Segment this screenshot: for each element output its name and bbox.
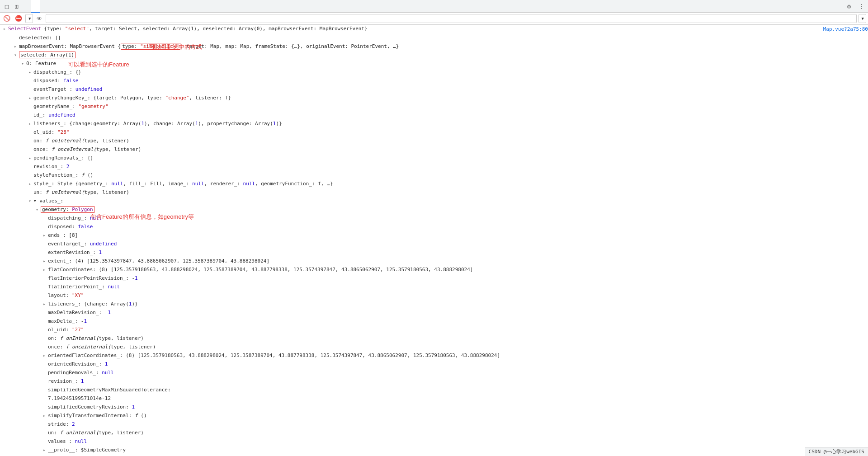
expand-arrow[interactable] — [27, 180, 33, 188]
expand-arrow — [27, 103, 33, 110]
console-line: ol_uid: "27" — [0, 326, 868, 334]
console-line: flatInteriorPointRevision_: -1 — [0, 274, 868, 283]
console-line: pendingRemovals_: null — [0, 369, 868, 377]
console-line: SelectEvent {type: "select", target: Sel… — [0, 24, 868, 34]
expand-arrow[interactable] — [42, 232, 47, 239]
console-line: on: f onInternal(type, listener) — [0, 137, 868, 146]
expand-arrow[interactable] — [42, 301, 47, 308]
console-line: simplifyTransformedInternal: f () — [0, 412, 868, 420]
expand-arrow[interactable] — [34, 206, 40, 213]
expand-arrow — [27, 112, 33, 119]
tab-sources[interactable] — [40, 0, 49, 13]
chevron-down-icon: ▼ — [28, 16, 31, 21]
console-line: simplifiedGeometryRevision: 1 — [0, 403, 868, 412]
expand-arrow[interactable] — [27, 197, 33, 205]
chevron-down-icon: ▼ — [862, 16, 864, 21]
console-line: flatInteriorPoint_: null — [0, 283, 868, 291]
clear-console-icon[interactable]: 🚫 — [2, 14, 12, 24]
expand-arrow — [42, 378, 47, 385]
expand-arrow — [27, 146, 33, 153]
tab-memory[interactable] — [67, 0, 76, 13]
console-line: flatCoordinates: (8) [125.3579180563, 43… — [0, 266, 868, 274]
more-icon[interactable]: ⋮ — [857, 2, 866, 11]
expand-arrow — [42, 240, 47, 248]
expand-arrow[interactable] — [42, 258, 47, 265]
console-line: disposed: false — [0, 223, 868, 231]
console-line: on: f onInternal(type, listener) — [0, 334, 868, 343]
levels-selector[interactable]: ▼ — [859, 14, 866, 23]
filter-input[interactable] — [46, 14, 856, 23]
bottom-bar: CSDN @一心学习webGIS — [805, 447, 868, 456]
console-line: simplifiedGeometryMaxMinSquaredTolerance… — [0, 386, 868, 395]
console-line: deselected: [] — [0, 34, 868, 42]
context-selector[interactable]: ▼ — [25, 14, 33, 23]
source-link[interactable]: Map.vue?2a75:80 — [823, 25, 868, 33]
tab-performance[interactable] — [58, 0, 67, 13]
inspect-icon[interactable]: □ — [2, 1, 12, 11]
eye-icon[interactable]: 👁 — [35, 14, 44, 23]
console-line: layout: "XY" — [0, 291, 868, 300]
expand-arrow — [42, 275, 47, 282]
expand-arrow — [42, 438, 47, 445]
tab-security[interactable] — [85, 0, 94, 13]
expand-arrow[interactable] — [42, 352, 47, 359]
expand-arrow — [27, 163, 33, 170]
console-line: __proto__: $SimpleGeometry — [0, 446, 868, 455]
console-line: revision_: 1 — [0, 377, 868, 386]
console-line: 7.194245199571014e-12 — [0, 395, 868, 403]
expand-arrow — [42, 369, 47, 376]
expand-arrow[interactable] — [13, 52, 18, 59]
expand-arrow — [27, 137, 33, 145]
block-icon[interactable]: ⛔ — [14, 14, 24, 24]
tab-elements[interactable] — [22, 0, 31, 13]
console-line: dispatching_: {} — [0, 68, 868, 77]
expand-arrow — [42, 309, 47, 316]
expand-arrow — [27, 77, 33, 85]
expand-arrow[interactable] — [42, 412, 47, 419]
console-line: un: f unInternal(type, listener) — [0, 429, 868, 437]
console-line: un: f unInternal(type, listener) — [0, 188, 868, 197]
console-line: revision_: 2 — [0, 163, 868, 171]
console-line: maxDeltaRevision_: -1 — [0, 309, 868, 317]
console-line: once: f onceInternal(type, listener) — [0, 343, 868, 352]
console-line: ▾ values_: — [0, 197, 868, 206]
tab-application[interactable] — [76, 0, 85, 13]
expand-arrow[interactable] — [27, 94, 33, 102]
expand-arrow — [42, 318, 47, 325]
expand-arrow — [42, 292, 47, 299]
expand-arrow — [42, 361, 47, 368]
expand-arrow — [42, 421, 47, 428]
console-output-inner: SelectEvent {type: "select", target: Sel… — [0, 24, 868, 456]
console-line: geometryChangeKey_: {target: Polygon, ty… — [0, 94, 868, 103]
tab-lighthouse[interactable] — [94, 0, 103, 13]
expand-arrow[interactable] — [20, 60, 25, 67]
tab-network[interactable] — [49, 0, 58, 13]
console-output: SelectEvent {type: "select", target: Sel… — [0, 24, 868, 456]
device-icon[interactable]: ◫ — [12, 1, 22, 11]
expand-arrow — [42, 249, 47, 256]
console-line: stride: 2 — [0, 420, 868, 429]
expand-arrow — [13, 34, 18, 42]
expand-arrow — [27, 172, 33, 179]
expand-arrow — [42, 395, 47, 402]
expand-arrow[interactable] — [27, 69, 33, 76]
expand-arrow — [42, 404, 47, 411]
console-line: ol_uid: "28" — [0, 128, 868, 137]
expand-arrow[interactable] — [13, 43, 18, 50]
console-line: listeners_: {change:geometry: Array(1), … — [0, 120, 868, 128]
expand-arrow — [42, 326, 47, 334]
settings-icon[interactable]: ⚙ — [844, 2, 854, 11]
expand-arrow[interactable] — [27, 155, 33, 162]
expand-arrow[interactable] — [27, 120, 33, 127]
expand-arrow — [42, 223, 47, 230]
console-line: styleFunction_: f () — [0, 171, 868, 180]
console-line: ends_: [8] — [0, 231, 868, 240]
expand-arrow[interactable] — [42, 266, 47, 273]
devtools-tabbar: □ ◫ ⚙ ⋮ — [0, 0, 868, 13]
console-line: eventTarget_: undefined — [0, 240, 868, 249]
console-line: pendingRemovals_: {} — [0, 154, 868, 163]
console-line: mapBrowserEvent: MapBrowserEvent {type: … — [0, 42, 868, 51]
expand-arrow[interactable] — [2, 25, 7, 33]
expand-arrow[interactable] — [42, 447, 47, 454]
tab-console[interactable] — [31, 0, 40, 13]
